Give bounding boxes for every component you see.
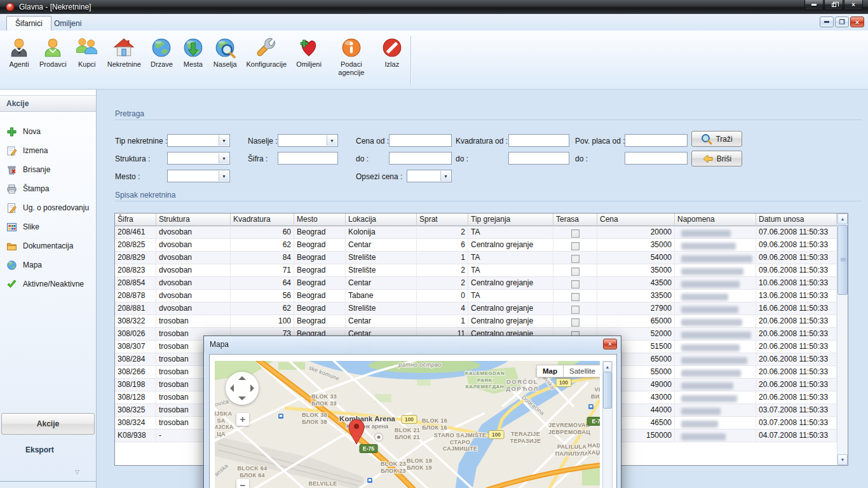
cena-od-input[interactable] bbox=[389, 134, 452, 147]
map-type-switch: Map Satellite bbox=[536, 365, 600, 377]
cell-grejanje: Centralno grejanje bbox=[468, 277, 553, 289]
column-header-4[interactable]: Lokacija bbox=[346, 214, 417, 226]
sidebar-item-izmena[interactable]: Izmena bbox=[3, 143, 94, 158]
toolbar-button-mesta[interactable]: Mesta bbox=[178, 34, 208, 71]
map-pan-control[interactable] bbox=[226, 372, 259, 405]
sidebar-eksport-label[interactable]: Eksport bbox=[25, 445, 54, 454]
restore-button[interactable] bbox=[824, 0, 843, 10]
toolbar-button-drzave[interactable]: Drzave bbox=[146, 34, 177, 71]
naselje-select[interactable]: ▼ bbox=[278, 134, 338, 147]
cell-napomena bbox=[675, 353, 756, 365]
table-row[interactable]: 208/878dvosoban56BeogradTabane0TA3350013… bbox=[115, 290, 837, 302]
zoom-in-button[interactable]: + bbox=[236, 413, 249, 426]
sifra-input[interactable] bbox=[278, 152, 338, 165]
zoom-out-button[interactable]: − bbox=[236, 479, 249, 488]
toolbar-button-podaci-agencije[interactable]: Podaci agencije bbox=[327, 34, 376, 79]
toolbar-button-omiljeni[interactable]: Omiljeni bbox=[292, 34, 326, 71]
sidebar-item-slike[interactable]: Slike bbox=[3, 219, 94, 234]
label-mesto: Mesto : bbox=[115, 172, 140, 181]
cena-do-input[interactable] bbox=[389, 152, 452, 165]
sidebar-item-nova[interactable]: Nova bbox=[3, 124, 94, 139]
column-header-7[interactable]: Terasa bbox=[553, 214, 597, 226]
terasa-checkbox[interactable] bbox=[571, 255, 580, 263]
cell-sprat: 1 bbox=[417, 315, 468, 327]
column-header-3[interactable]: Mesto bbox=[294, 214, 346, 226]
terasa-checkbox[interactable] bbox=[571, 229, 580, 238]
close-button[interactable]: × bbox=[844, 0, 863, 10]
sidebar-item-ug-o-posredovanju[interactable]: Ug. o posredovanju bbox=[3, 200, 94, 215]
scroll-up-button[interactable]: ▲ bbox=[837, 214, 848, 224]
toolbar-button-nekretnine[interactable]: Nekretnine bbox=[103, 34, 146, 71]
sidebar-item-mapa[interactable]: Mapa bbox=[3, 257, 94, 273]
column-header-5[interactable]: Sprat bbox=[417, 214, 468, 226]
column-header-8[interactable]: Cena bbox=[597, 214, 675, 226]
table-row[interactable]: 208/461dvosoban60BeogradKolonija2TA20000… bbox=[115, 226, 837, 239]
terasa-checkbox[interactable] bbox=[571, 268, 580, 276]
scrollbar-thumb[interactable] bbox=[603, 372, 612, 409]
toolbar-button-agenti[interactable]: Agenti bbox=[4, 34, 34, 71]
brisi-button[interactable]: Briši bbox=[691, 151, 742, 166]
table-row[interactable]: 208/825dvosoban62BeogradCentar6Centralno… bbox=[115, 239, 837, 252]
terasa-checkbox[interactable] bbox=[571, 280, 580, 288]
road-badge: E-75 bbox=[360, 445, 377, 453]
column-header-2[interactable]: Kvadratura bbox=[231, 214, 294, 226]
kvadratura-od-input[interactable] bbox=[508, 134, 569, 147]
toolbar-button-konfiguracije[interactable]: Konfiguracije bbox=[242, 34, 292, 71]
terasa-checkbox[interactable] bbox=[571, 293, 580, 301]
map-panel-scrollbar[interactable]: ▲ bbox=[602, 361, 613, 488]
sidebar-item-label: Nova bbox=[23, 127, 41, 136]
toolbar-button-izlaz[interactable]: Izlaz bbox=[377, 34, 407, 71]
mdi-close-button[interactable]: × bbox=[850, 17, 864, 27]
struktura-select[interactable]: ▼ bbox=[167, 152, 230, 165]
terasa-checkbox[interactable] bbox=[571, 306, 580, 314]
trazi-button[interactable]: Traži bbox=[691, 131, 742, 147]
map-canvas[interactable]: ратно острвоKALEMEGDANPARKКАЛЕМЕГДАНDORĆ… bbox=[215, 361, 600, 488]
satellite-button[interactable]: Satellite bbox=[564, 365, 600, 377]
cell-cena: 35000 bbox=[597, 239, 675, 251]
table-scrollbar[interactable]: ▲ ▼ bbox=[837, 214, 848, 465]
toolbar-button-naselja[interactable]: Naselja bbox=[209, 34, 241, 71]
sidebar-item-aktivne-neaktivne[interactable]: Aktivne/Neaktivne bbox=[3, 276, 94, 292]
map-button[interactable]: Map bbox=[536, 365, 564, 377]
scroll-down-button[interactable]: ▼ bbox=[837, 454, 848, 465]
cell-cena: 43500 bbox=[597, 277, 675, 289]
toolbar-button-kupci[interactable]: Kupci bbox=[72, 34, 102, 71]
table-row[interactable]: 208/881dvosoban62BeogradStrelište4Centra… bbox=[115, 302, 837, 315]
table-row[interactable]: 308/322trosoban100BeogradCentar1Centraln… bbox=[115, 315, 837, 328]
mdi-minimize-button[interactable] bbox=[820, 17, 834, 27]
sidebar-item-brisanje[interactable]: Brisanje bbox=[3, 162, 94, 177]
pov-placa-od-input[interactable] bbox=[625, 134, 688, 147]
tip-nekretnine-select[interactable]: ▼ bbox=[167, 134, 230, 147]
mesto-select[interactable]: ▼ bbox=[167, 170, 230, 182]
mapa-close-button[interactable]: × bbox=[603, 339, 617, 349]
sidebar-akcije-button[interactable]: Akcije bbox=[1, 413, 95, 435]
tab-omiljeni[interactable]: Omiljeni bbox=[46, 16, 90, 30]
toolbar-button-label: Podaci agencije bbox=[331, 60, 372, 77]
column-header-10[interactable]: Datum unosa bbox=[756, 214, 837, 226]
column-header-9[interactable]: Napomena bbox=[675, 214, 756, 226]
cell-sprat: 0 bbox=[417, 290, 468, 302]
column-header-6[interactable]: Tip grejanja bbox=[468, 214, 553, 226]
sidebar-item--tampa[interactable]: Štampa bbox=[3, 181, 94, 196]
scroll-up-button[interactable]: ▲ bbox=[603, 362, 612, 372]
mapa-window-titlebar[interactable]: Mapa bbox=[204, 336, 621, 353]
kvadratura-do-input[interactable] bbox=[508, 152, 569, 165]
mdi-restore-button[interactable]: ❐ bbox=[835, 17, 849, 27]
table-row[interactable]: 208/829dvosoban84BeogradStrelište1TA5400… bbox=[115, 252, 837, 264]
pov-placa-do-input[interactable] bbox=[625, 152, 688, 165]
column-header-1[interactable]: Struktura bbox=[156, 214, 231, 226]
titlebar[interactable]: Glavna - [Nekretnine] × bbox=[0, 0, 868, 14]
chevron-down-icon[interactable]: ▽ bbox=[75, 469, 79, 475]
terasa-checkbox[interactable] bbox=[571, 242, 580, 250]
minimize-button[interactable] bbox=[804, 0, 824, 10]
table-row[interactable]: 208/854dvosoban64BeogradCentar2Centralno… bbox=[115, 277, 837, 290]
terasa-checkbox[interactable] bbox=[571, 318, 580, 327]
tab-sifarnici[interactable]: Šifarnici bbox=[6, 16, 51, 30]
opsezi-cena-select[interactable]: ▼ bbox=[407, 170, 452, 182]
sidebar-item-dokumentacija[interactable]: Dokumentacija bbox=[3, 238, 94, 254]
cell-lokacija: Strelište bbox=[346, 252, 417, 264]
table-row[interactable]: 208/823dvosoban71BeogradStrelište2TA3500… bbox=[115, 264, 837, 277]
toolbar-button-prodavci[interactable]: Prodavci bbox=[35, 34, 71, 71]
scrollbar-thumb[interactable] bbox=[837, 225, 848, 295]
column-header-0[interactable]: Šifra bbox=[115, 214, 156, 226]
